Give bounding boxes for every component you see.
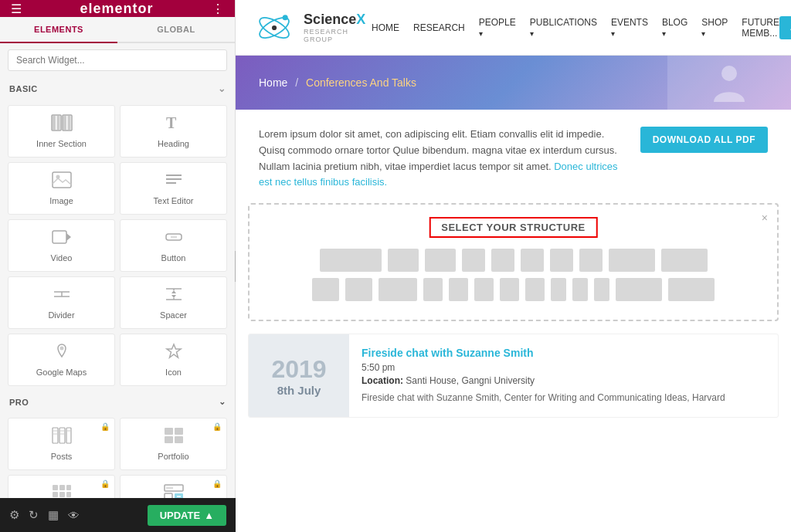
top-nav: ScienceX RESEARCH GROUP HOME RESEARCH PE… xyxy=(236,0,791,56)
search-input[interactable] xyxy=(8,49,227,71)
update-label: UPDATE xyxy=(160,510,200,521)
svg-marker-23 xyxy=(171,295,176,298)
nav-future-member[interactable]: FUTURE MEMB... xyxy=(742,17,779,39)
widget-portfolio[interactable]: 🔒 Portfolio xyxy=(120,418,227,470)
pro-section-header[interactable]: PRO ⌄ xyxy=(0,391,235,413)
update-button[interactable]: UPDATE ▲ xyxy=(148,505,226,526)
struct-block[interactable] xyxy=(550,249,573,272)
struct-block[interactable] xyxy=(609,249,655,272)
pro-chevron-icon: ⌄ xyxy=(219,397,226,407)
widget-google-maps[interactable]: Google Maps xyxy=(8,334,115,386)
struct-block[interactable] xyxy=(320,249,382,272)
responsive-icon[interactable]: ▦ xyxy=(48,508,59,522)
event-location: Location: Santi House, Gangni University xyxy=(362,375,766,386)
widget-posts[interactable]: 🔒 Posts xyxy=(8,418,115,470)
struct-block[interactable] xyxy=(462,249,485,272)
struct-block[interactable] xyxy=(500,278,519,301)
struct-block[interactable] xyxy=(668,278,715,301)
struct-block[interactable] xyxy=(345,278,372,301)
nav-blog[interactable]: BLOG xyxy=(662,17,687,39)
eye-icon[interactable]: 👁 xyxy=(68,509,80,522)
widget-icon[interactable]: Icon xyxy=(120,334,227,386)
basic-section-header[interactable]: BASIC ⌄ xyxy=(0,77,235,100)
breadcrumb: Home / Conferences And Talks xyxy=(259,76,416,89)
struct-block[interactable] xyxy=(423,278,443,301)
logo-area: ScienceX RESEARCH GROUP xyxy=(251,5,372,50)
struct-block[interactable] xyxy=(388,249,419,272)
nav-publications[interactable]: PUBLICATIONS xyxy=(530,17,597,39)
left-panel: ☰ elementor ⋮ ELEMENTS GLOBAL BASIC ⌄ In… xyxy=(0,0,236,532)
breadcrumb-separator: / xyxy=(295,76,298,89)
history-icon[interactable]: ↻ xyxy=(29,508,39,522)
struct-block[interactable] xyxy=(521,249,544,272)
basic-section-label: BASIC xyxy=(9,84,38,93)
struct-block[interactable] xyxy=(579,249,603,272)
lock-icon-gallery: 🔒 xyxy=(100,479,110,488)
struct-block[interactable] xyxy=(379,278,417,301)
event-time: 5:50 pm xyxy=(362,362,766,373)
join-research-button[interactable]: JOIN RESEARCH xyxy=(779,16,791,39)
settings-icon[interactable]: ⚙ xyxy=(9,508,19,522)
svg-point-54 xyxy=(721,66,737,81)
structure-selector: × SELECT YOUR STRUCTURE xyxy=(248,203,779,321)
breadcrumb-home[interactable]: Home xyxy=(259,76,287,89)
svg-marker-22 xyxy=(171,290,176,293)
widget-heading[interactable]: T Heading xyxy=(120,105,227,158)
struct-block[interactable] xyxy=(551,278,566,301)
grid-icon[interactable]: ⋮ xyxy=(212,2,224,16)
widget-google-maps-label: Google Maps xyxy=(36,368,87,377)
widget-text-editor[interactable]: Text Editor xyxy=(120,162,227,215)
svg-marker-13 xyxy=(66,233,71,241)
nav-events[interactable]: EVENTS xyxy=(611,17,648,39)
svg-rect-37 xyxy=(175,436,183,443)
nav-people[interactable]: PEOPLE xyxy=(479,17,516,39)
svg-rect-35 xyxy=(175,428,183,435)
tab-global[interactable]: GLOBAL xyxy=(117,17,235,42)
posts-icon xyxy=(52,427,72,448)
nav-research[interactable]: RESEARCH xyxy=(413,22,465,33)
svg-rect-4 xyxy=(63,116,66,130)
widget-portfolio-label: Portfolio xyxy=(158,452,188,461)
struct-block[interactable] xyxy=(312,278,339,301)
widget-text-editor-label: Text Editor xyxy=(154,196,194,205)
widget-image[interactable]: Image xyxy=(8,162,115,215)
struct-block[interactable] xyxy=(491,249,514,272)
struct-block[interactable] xyxy=(425,249,456,272)
bottom-bar: ⚙ ↻ ▦ 👁 UPDATE ▲ xyxy=(0,498,236,532)
nav-links: HOME RESEARCH PEOPLE PUBLICATIONS EVENTS… xyxy=(372,17,779,39)
widget-divider[interactable]: Divider xyxy=(8,276,115,329)
nav-shop[interactable]: SHOP xyxy=(701,17,728,39)
main-content: ScienceX RESEARCH GROUP HOME RESEARCH PE… xyxy=(236,0,791,532)
menu-icon[interactable]: ☰ xyxy=(11,2,22,16)
struct-block[interactable] xyxy=(449,278,468,301)
struct-block[interactable] xyxy=(616,278,662,301)
structure-row-1 xyxy=(262,249,765,272)
spacer-icon xyxy=(164,286,184,307)
body-link[interactable]: Donec ultrices est nec tellus finibus fa… xyxy=(259,161,618,188)
tab-elements[interactable]: ELEMENTS xyxy=(0,17,117,43)
widget-button[interactable]: Button xyxy=(120,219,227,272)
body-text: Lorem ipsum dolor sit amet, con adipisci… xyxy=(259,127,625,191)
struct-block[interactable] xyxy=(572,278,588,301)
widget-inner-section[interactable]: Inner Section xyxy=(8,105,115,158)
svg-rect-38 xyxy=(53,485,58,490)
event-title[interactable]: Fireside chat with Suzanne Smith xyxy=(362,347,766,359)
widget-video[interactable]: Video xyxy=(8,219,115,272)
breadcrumb-banner: Home / Conferences And Talks xyxy=(236,56,791,110)
nav-home[interactable]: HOME xyxy=(372,22,399,33)
svg-rect-34 xyxy=(165,428,173,435)
structure-close-icon[interactable]: × xyxy=(762,212,768,223)
lock-icon: 🔒 xyxy=(100,422,110,431)
search-box xyxy=(0,43,235,77)
icon-icon xyxy=(165,343,182,364)
inner-section-icon xyxy=(51,114,73,135)
download-all-pdf-button[interactable]: DOWNLOAD ALL PDF xyxy=(640,127,768,153)
widget-spacer[interactable]: Spacer xyxy=(120,276,227,329)
maps-icon xyxy=(53,343,70,364)
widget-button-label: Button xyxy=(161,253,186,263)
struct-block[interactable] xyxy=(594,278,609,301)
struct-block[interactable] xyxy=(661,249,708,272)
struct-block[interactable] xyxy=(474,278,494,301)
struct-block[interactable] xyxy=(525,278,545,301)
svg-rect-2 xyxy=(56,116,59,130)
